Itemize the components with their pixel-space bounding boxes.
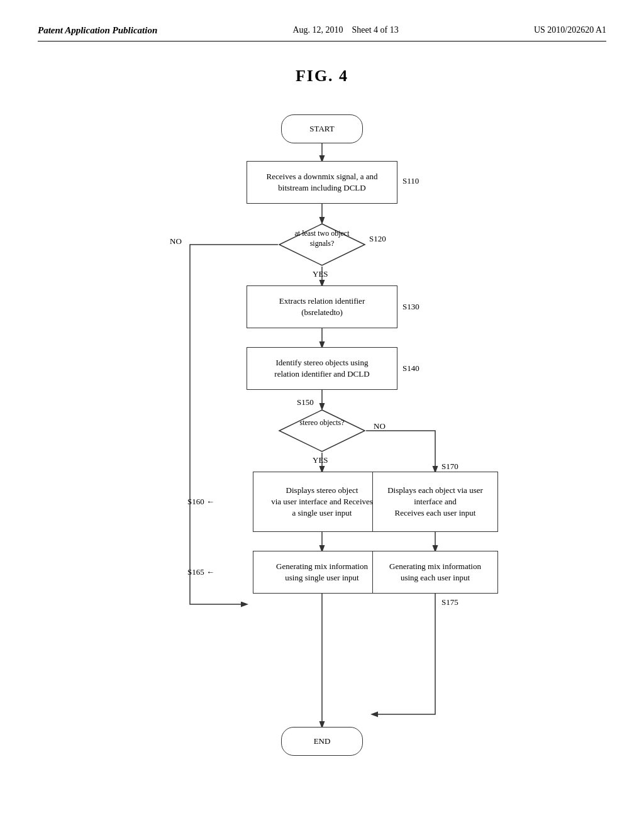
s140-label: S140: [402, 363, 419, 374]
s130-label: S130: [402, 302, 419, 312]
yes-s120-label: YES: [313, 269, 328, 279]
patent-number: US 2010/202620 A1: [534, 25, 606, 35]
s175-label: S175: [441, 597, 458, 607]
publication-label: Patent Application Publication: [38, 25, 157, 36]
start-node: START: [281, 114, 363, 143]
s150-label: S150: [297, 397, 314, 407]
end-node: END: [281, 727, 363, 756]
yes-s150-label: YES: [313, 455, 328, 465]
s170-label: S170: [441, 462, 458, 472]
no-s150-label: NO: [374, 421, 386, 431]
s170-node: Displays each object via userinterface a…: [372, 472, 498, 532]
s130-node: Extracts relation identifier(bsrelatedto…: [247, 285, 397, 328]
s165-label: S165 ←: [187, 567, 214, 577]
s120-diamond-svg: at least two object signals?: [278, 223, 366, 267]
s165-node: Generating mix informationusing single u…: [253, 551, 391, 594]
flowchart: START Receives a downmix signal, a andbi…: [102, 111, 542, 771]
s175-node: Generating mix informationusing each use…: [372, 551, 498, 594]
s120-label: S120: [369, 234, 386, 244]
s110-node: Receives a downmix signal, a andbitstrea…: [247, 161, 397, 204]
s160-node: Displays stereo objectvia user interface…: [253, 472, 391, 532]
figure-title: FIG. 4: [38, 67, 606, 86]
page: Patent Application Publication Aug. 12, …: [0, 0, 644, 830]
date-sheet: Aug. 12, 2010 Sheet 4 of 13: [292, 25, 398, 35]
s150-diamond-container: stereo objects?: [278, 409, 366, 453]
s120-diamond-container: at least two object signals?: [278, 223, 366, 267]
s140-node: Identify stereo objects usingrelation id…: [247, 347, 397, 390]
s150-diamond-svg: stereo objects?: [278, 409, 366, 453]
s160-label: S160 ←: [187, 497, 214, 507]
page-header: Patent Application Publication Aug. 12, …: [38, 25, 606, 42]
no-s120-label: NO: [170, 236, 182, 246]
s110-label: S110: [402, 176, 419, 186]
